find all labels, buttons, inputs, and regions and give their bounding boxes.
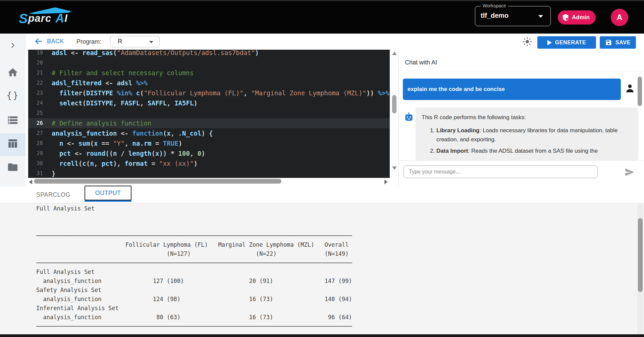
program-label: Program: bbox=[76, 38, 101, 45]
avatar[interactable]: A bbox=[611, 9, 628, 26]
send-icon bbox=[624, 167, 635, 178]
save-button-label: SAVE bbox=[615, 40, 631, 46]
app-window: SparcAI Workspace tlf_demo Admin A { bbox=[0, 0, 644, 337]
scroll-down-arrow[interactable] bbox=[392, 166, 397, 170]
user-message-bubble: explain me the code and be concise bbox=[403, 79, 621, 100]
tab-output[interactable]: OUTPUT bbox=[85, 186, 131, 200]
chat-scrollbar-thumb[interactable] bbox=[638, 77, 642, 106]
scroll-right-arrow[interactable] bbox=[384, 180, 388, 184]
code-line: 24 select(DISTYPE, FASFL, SAFFL, IA5FL) bbox=[28, 98, 390, 108]
ai-message-intro: This R code performs the following tasks… bbox=[422, 113, 632, 122]
ai-message-list: Library Loading: Loads necessary librari… bbox=[422, 126, 632, 155]
code-line: 29 pct <- round((n / length(x)) * 100, 0… bbox=[28, 148, 390, 158]
ai-list-item: Library Loading: Loads necessary librari… bbox=[436, 126, 632, 144]
code-line: 28 n <- sum(x == "Y", na.rm = TRUE) bbox=[28, 138, 390, 148]
chat-input-row bbox=[399, 160, 644, 187]
theme-toggle-button[interactable] bbox=[523, 37, 532, 48]
output-panel: Full Analysis Set ──────────────────────… bbox=[0, 203, 644, 334]
output-table-text: Full Analysis Set ──────────────────────… bbox=[36, 204, 352, 331]
code-line: 26# Define analysis function bbox=[28, 118, 390, 128]
workspace-value: tlf_demo bbox=[481, 12, 508, 19]
send-button[interactable] bbox=[624, 167, 635, 179]
chat-messages: explain me the code and be concise This … bbox=[399, 71, 644, 160]
person-icon bbox=[625, 83, 635, 95]
generate-button[interactable]: GENERATE bbox=[537, 36, 596, 49]
code-line: 23 filter(DISTYPE %in% c("Follicular Lym… bbox=[28, 88, 390, 98]
chevron-right-icon bbox=[9, 42, 16, 49]
home-icon bbox=[7, 67, 18, 78]
code-line: 27analysis_function <- function(x, .N_co… bbox=[28, 128, 390, 138]
chat-panel: Chat with AI explain me the code and be … bbox=[398, 50, 644, 187]
workspace-label: Workspace bbox=[481, 3, 508, 8]
storage-list-icon bbox=[7, 114, 18, 126]
tab-output-active-indicator bbox=[85, 200, 131, 202]
sparc-ai-logo: SparcAI bbox=[19, 10, 68, 27]
logo-swoosh-icon bbox=[29, 7, 79, 15]
ai-message-bubble: This R code performs the following tasks… bbox=[416, 107, 638, 160]
editor-horizontal-scrollbar bbox=[28, 178, 390, 186]
log-output-tabs: SPARCLOG OUTPUT bbox=[0, 187, 644, 203]
workspace-select[interactable]: Workspace tlf_demo bbox=[475, 6, 551, 26]
admin-badge[interactable]: Admin bbox=[558, 10, 596, 25]
ai-list-item: Data Import: Reads the ADSL dataset from… bbox=[436, 146, 632, 155]
code-line: 21# Filter and select necessary columns bbox=[28, 68, 390, 78]
brightness-sun-icon bbox=[523, 37, 532, 46]
arrow-left-icon bbox=[34, 37, 43, 46]
code-line: 25 bbox=[28, 108, 390, 118]
toolbar: BACK Program: R GENERATE SAVE bbox=[25, 34, 644, 50]
code-line: 31} bbox=[28, 168, 390, 178]
code-editor[interactable]: 19adsl <- read_sas("AdamDatasets/Outputs… bbox=[28, 50, 390, 178]
editor-vscroll-thumb[interactable] bbox=[392, 95, 396, 113]
back-button-label: BACK bbox=[47, 38, 64, 45]
sidebar-expand-button[interactable] bbox=[0, 42, 25, 49]
sidebar-item-datasets[interactable] bbox=[0, 114, 25, 126]
generate-button-label: GENERATE bbox=[555, 40, 586, 46]
sidebar: {} bbox=[0, 34, 25, 187]
app-header: SparcAI Workspace tlf_demo Admin A bbox=[0, 0, 644, 34]
code-line: 30 rcell(c(n, pct), format = "xx (xx)") bbox=[28, 158, 390, 168]
sidebar-item-tables[interactable] bbox=[0, 138, 25, 149]
program-select[interactable]: R bbox=[110, 36, 160, 47]
avatar-letter: A bbox=[616, 13, 622, 22]
admin-badge-label: Admin bbox=[572, 14, 590, 21]
scroll-up-arrow[interactable] bbox=[392, 52, 397, 55]
sidebar-item-code[interactable]: {} bbox=[0, 90, 25, 100]
scroll-left-arrow[interactable] bbox=[29, 180, 32, 184]
sidebar-item-files[interactable] bbox=[0, 161, 25, 173]
output-scrollbar-thumb[interactable] bbox=[638, 218, 643, 292]
editor-vertical-scrollbar bbox=[390, 50, 398, 178]
floppy-save-icon bbox=[605, 39, 612, 46]
bottom-window-edge bbox=[0, 334, 644, 337]
program-select-value: R bbox=[118, 38, 122, 45]
sidebar-item-home[interactable] bbox=[0, 67, 25, 78]
folder-icon bbox=[7, 161, 18, 173]
code-line: 19adsl <- read_sas("AdamDatasets/Outputs… bbox=[28, 50, 390, 58]
back-button[interactable]: BACK bbox=[34, 37, 64, 46]
save-button[interactable]: SAVE bbox=[600, 36, 636, 49]
editor-hscroll-thumb[interactable] bbox=[34, 179, 281, 184]
code-line: 22adsl_filtered <- adsl %>% bbox=[28, 78, 390, 88]
logo-text: S bbox=[19, 11, 28, 26]
chevron-down-icon bbox=[149, 41, 153, 43]
code-braces-icon: {} bbox=[6, 90, 19, 100]
table-chart-icon bbox=[7, 138, 18, 149]
tab-sparclog[interactable]: SPARCLOG bbox=[32, 187, 75, 203]
code-line: 20 bbox=[28, 58, 390, 68]
shield-icon bbox=[562, 14, 569, 21]
chat-message-input[interactable] bbox=[403, 165, 598, 178]
code-lines: 19adsl <- read_sas("AdamDatasets/Outputs… bbox=[28, 50, 390, 178]
play-icon bbox=[547, 40, 552, 45]
robot-ai-icon bbox=[404, 112, 414, 124]
chevron-down-icon bbox=[538, 15, 543, 18]
chat-header: Chat with AI bbox=[399, 50, 644, 71]
chat-title: Chat with AI bbox=[405, 59, 437, 66]
